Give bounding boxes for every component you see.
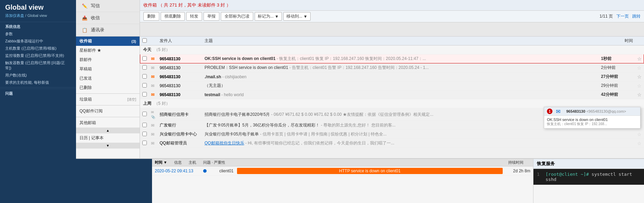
recovery-line: 1 [root@client ~]# systemctl start sshd: [537, 172, 641, 182]
receive-button[interactable]: 📥 收信: [76, 12, 140, 24]
row-subject[interactable]: 兴业银行信用卡05月电子账单 - 信用卡首页 | 信用卡申请 | 用卡指南 | …: [202, 130, 599, 139]
folder-sent[interactable]: 已发送: [76, 74, 140, 83]
folder-deleted[interactable]: 已删除: [76, 83, 140, 92]
contacts-button[interactable]: 📋 通讯录: [76, 24, 140, 36]
row-checkbox[interactable]: [142, 112, 147, 116]
col-info: 信息: [174, 160, 182, 165]
row-sender[interactable]: 广发银行: [158, 121, 202, 130]
row-sender[interactable]: 965483130: [158, 72, 202, 81]
row-sender[interactable]: 965483130: [158, 81, 202, 90]
folder-spam-clear[interactable]: [清空]: [127, 97, 136, 102]
table-row: ✉ 965483130 testmail - hello world 42分钟前…: [140, 90, 644, 99]
row-subject[interactable]: OK:SSH service is down on client01 - 恢复主…: [202, 54, 599, 63]
row-subject[interactable]: 招商银行信用卡电子账单2020年5月 - 06/07 ¥671.62 $ 0.0…: [202, 108, 599, 121]
star-icon[interactable]: ☆: [637, 141, 642, 146]
row-sender[interactable]: QQ邮箱管理员: [158, 139, 202, 148]
row-checkbox[interactable]: [142, 92, 147, 97]
inbox-header: 收件箱 （ 共 271 封，其中 未读邮件 3 封 ）: [140, 0, 644, 11]
row-subject[interactable]: PROBLEM：SSH service is down on client01 …: [202, 63, 599, 72]
star-icon[interactable]: ☆: [637, 92, 642, 98]
folder-qq-sub-label: QQ邮件订阅: [79, 108, 103, 114]
folder-spam[interactable]: 垃圾箱 [清空]: [76, 95, 140, 104]
row-icon-cell: ✉: [149, 81, 158, 90]
row-subject[interactable]: （无主题）: [202, 81, 599, 90]
forward-button[interactable]: 转发: [186, 12, 202, 21]
folder-spam-label: 垃圾箱: [79, 97, 92, 102]
next-page-link[interactable]: 下一页: [616, 14, 629, 19]
row-time: 42分钟前: [599, 90, 635, 99]
folder-starred[interactable]: 星标邮件 ★: [76, 46, 140, 55]
notification-header: 1 ✉ 965483130 <965483130@qq.com>: [544, 107, 640, 116]
read-mail-icon: ✉: [151, 123, 154, 128]
folder-other[interactable]: 其他邮箱: [76, 118, 140, 128]
select-all-checkbox[interactable]: [142, 38, 147, 43]
row-sender[interactable]: 965483130: [158, 54, 202, 63]
subject-main-text[interactable]: QQ邮箱祝你生日快乐: [205, 141, 244, 145]
folder-qq-sub[interactable]: QQ邮件订阅: [76, 106, 140, 116]
star-icon[interactable]: ☆: [637, 132, 642, 137]
star-icon[interactable]: ☆: [637, 56, 642, 62]
col-star-header: [635, 37, 644, 45]
delete-all-button[interactable]: 彻底删除: [161, 12, 185, 21]
row-checkbox[interactable]: [142, 123, 147, 127]
row-star-cell: ☆: [635, 54, 644, 63]
jump-link[interactable]: 跳转: [632, 14, 641, 19]
problem-time[interactable]: 2020-05-22 09:41:13: [155, 169, 203, 173]
col-host[interactable]: 主机: [189, 160, 196, 165]
scroll-down-btn[interactable]: ▼: [76, 143, 140, 149]
bottom-sidebar: [76, 159, 152, 203]
row-subject[interactable]: ./mail.sh - cishijiaoben: [202, 72, 599, 81]
row-sender[interactable]: 招商银行信用卡: [158, 108, 202, 121]
row-checkbox-cell: [140, 108, 149, 121]
table-row: ✉ 965483130 （无主题） 29分钟前 ☆: [140, 81, 644, 90]
inbox-title: 收件箱: [143, 2, 157, 8]
row-checkbox[interactable]: [142, 65, 147, 70]
row-sender[interactable]: 兴业银行信用卡中心: [158, 130, 202, 139]
move-to-dropdown[interactable]: 移动到... ▼: [283, 12, 311, 21]
row-sender[interactable]: 965483130: [158, 90, 202, 99]
subject-main-text: testmail: [205, 92, 220, 97]
star-icon[interactable]: ☆: [637, 74, 642, 80]
report-button[interactable]: 举报: [203, 12, 219, 21]
scroll-up-btn[interactable]: ▲: [76, 128, 140, 133]
compose-button[interactable]: ✏️ 写信: [76, 0, 140, 12]
line-number: 1: [537, 172, 542, 182]
breadcrumb-link-dashboard[interactable]: 添加仪表盘: [5, 13, 24, 18]
row-subject[interactable]: 【广发卡05月账单】5月，36亿积分等你瓜分，尽在发现精彩！ - 尊敬的郭土源先…: [202, 121, 599, 130]
subject-preview-text: - Hi, 有些事情可能你已经忘记，但我们依然记得，今天是你的生日，我们唱了一.…: [245, 141, 394, 145]
row-checkbox[interactable]: [142, 141, 147, 145]
row-checkbox[interactable]: [142, 83, 147, 88]
mark-all-read-button[interactable]: 全部标为已读: [221, 12, 253, 21]
star-icon[interactable]: ☆: [637, 65, 642, 71]
folder-drafts[interactable]: 草稿箱: [76, 64, 140, 74]
notification-subject[interactable]: OK:SSH service is down on client01: [547, 118, 637, 122]
mark-as-dropdown[interactable]: 标记为... ▼: [255, 12, 282, 21]
compose-label: 写信: [91, 3, 100, 9]
row-sender[interactable]: 965483130: [158, 63, 202, 72]
sidebar-item-params[interactable]: 参数: [0, 30, 76, 38]
row-subject[interactable]: testmail - hello world: [202, 90, 599, 99]
folder-calendar[interactable]: 日历 | 记事本: [76, 133, 140, 143]
star-icon[interactable]: ☆: [637, 83, 642, 89]
row-star-cell: ☆: [635, 90, 644, 99]
mail-list-area: 发件人 主题 时间 今天 （5 封）: [140, 37, 644, 158]
subject-main-text: 【广发卡05月账单】5月，36亿积分等你瓜分，尽在发现精彩！: [205, 123, 320, 128]
mail-nav-top: ✏️ 写信 📥 收信 📋 通讯录 收件箱 （ 共 271 封，其中: [76, 0, 644, 37]
notification-badge: 1: [547, 109, 552, 114]
row-subject[interactable]: QQ邮箱祝你生日快乐 - Hi, 有些事情可能你已经忘记，但我们依然记得，今天是…: [202, 139, 599, 148]
problem-issue[interactable]: HTTP service is down on client01: [237, 168, 503, 174]
folder-inbox[interactable]: 收件箱 (3): [76, 37, 140, 46]
col-issue: 问题 · 严重性: [203, 160, 225, 165]
row-time: [599, 139, 635, 148]
row-time: [599, 130, 635, 139]
row-checkbox[interactable]: [142, 56, 147, 61]
row-checkbox[interactable]: [142, 74, 147, 79]
col-time-sort[interactable]: 时间 ▼: [155, 160, 167, 165]
col-duration: 持续时间: [508, 160, 523, 165]
folder-groups[interactable]: 群邮件: [76, 55, 140, 64]
row-checkbox[interactable]: [142, 132, 147, 136]
delete-button[interactable]: 删除: [143, 12, 159, 21]
folder-inbox-count: (3): [132, 39, 136, 43]
contacts-label: 通讯录: [91, 27, 104, 33]
read-mail-icon: ✉: [151, 65, 154, 70]
